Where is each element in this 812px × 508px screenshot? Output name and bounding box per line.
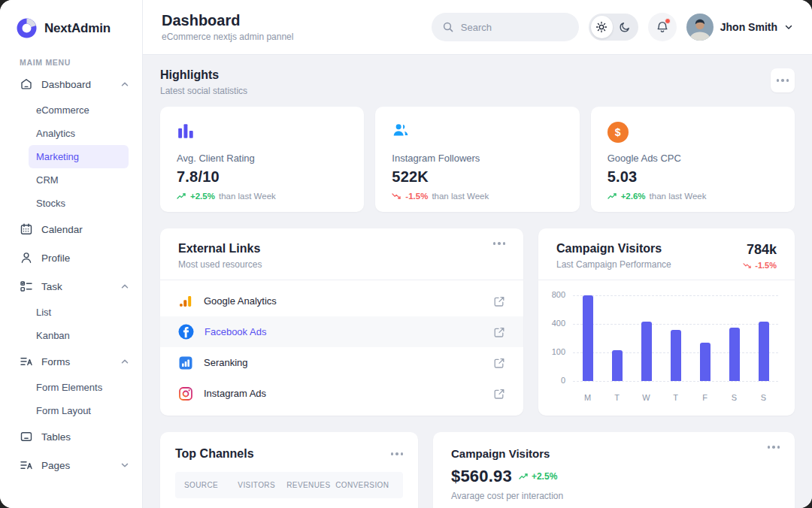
campaign-visitors-total: 784k bbox=[743, 242, 777, 258]
external-links-menu-button[interactable] bbox=[493, 242, 506, 245]
chart-bar bbox=[700, 343, 710, 381]
sidebar-item-kanban[interactable]: Kanban bbox=[0, 324, 142, 347]
sidebar-item-ecommerce[interactable]: eCommerce bbox=[0, 98, 142, 122]
dark-mode-button[interactable] bbox=[614, 16, 636, 38]
link-row-instagram-ads[interactable]: Instagram Ads bbox=[160, 378, 523, 409]
top-channels-menu-button[interactable] bbox=[391, 452, 404, 455]
page-title: Dashboard bbox=[162, 12, 293, 29]
sidebar-item-forms[interactable]: Forms bbox=[0, 347, 142, 376]
link-row-seranking[interactable]: Seranking bbox=[160, 347, 523, 378]
y-tick-label: 0 bbox=[561, 376, 565, 385]
search-input[interactable] bbox=[461, 22, 559, 33]
campaign-cost-trend: +2.5% bbox=[532, 471, 557, 482]
nextadmin-logo-icon bbox=[17, 18, 37, 38]
facebook-icon bbox=[178, 324, 194, 340]
header-titles: Dashboard eCommerce nextjs admin pannel bbox=[162, 12, 293, 42]
ellipsis-icon bbox=[391, 452, 404, 455]
link-row-facebook-ads[interactable]: Facebook Ads bbox=[160, 316, 523, 347]
user-icon bbox=[20, 251, 33, 265]
trend-up-icon bbox=[607, 192, 617, 200]
user-menu[interactable]: Jhon Smith bbox=[686, 14, 793, 41]
search-bar[interactable] bbox=[432, 13, 579, 41]
stat-trend: +2.6% bbox=[621, 192, 646, 201]
pages-icon bbox=[20, 458, 33, 472]
sidebar-item-form-layout[interactable]: Form Layout bbox=[0, 399, 142, 422]
campaign-chart-xaxis: MTWTFSS bbox=[573, 393, 778, 402]
task-checklist-icon bbox=[20, 280, 33, 293]
trend-up-icon bbox=[519, 473, 529, 480]
sidebar-item-pages[interactable]: Pages bbox=[0, 451, 142, 479]
bar-chart-icon bbox=[177, 122, 195, 140]
stat-label: Google Ads CPC bbox=[607, 153, 778, 164]
sidebar-item-label: Tables bbox=[41, 431, 71, 443]
avatar bbox=[686, 14, 714, 41]
top-channels-title: Top Channels bbox=[175, 447, 254, 461]
top-channels-card: Top Channels SOURCE VISITORS REVENUES CO… bbox=[160, 432, 418, 508]
x-tick-label: F bbox=[700, 393, 710, 402]
campaign-cost-subtitle: Avarage cost per interaction bbox=[451, 491, 777, 501]
external-link-icon[interactable] bbox=[493, 388, 505, 400]
y-tick-label: 800 bbox=[552, 290, 565, 299]
column-header-conversion: CONVERSION bbox=[335, 481, 394, 489]
chart-bar bbox=[641, 322, 652, 381]
campaign-cost-card: Campaign Visitors $560.93 +2.5% Avarage … bbox=[433, 432, 795, 508]
external-link-icon[interactable] bbox=[493, 326, 505, 338]
sidebar-item-label: Task bbox=[41, 281, 62, 292]
seranking-icon bbox=[178, 355, 193, 370]
link-row-google-analytics[interactable]: Google Analytics bbox=[160, 286, 523, 316]
top-channels-table-header: SOURCE VISITORS REVENUES CONVERSION bbox=[175, 472, 403, 498]
x-tick-label: S bbox=[759, 393, 769, 402]
sidebar-item-form-elements[interactable]: Form Elements bbox=[0, 376, 142, 399]
y-tick-label: 100 bbox=[552, 347, 565, 356]
highlights-menu-button[interactable] bbox=[771, 68, 795, 92]
sidebar-item-calendar[interactable]: Calendar bbox=[0, 215, 142, 243]
link-label: Google Analytics bbox=[204, 295, 277, 307]
campaign-cost-value: $560.93 bbox=[451, 467, 512, 486]
stat-label: Avg. Client Rating bbox=[177, 153, 347, 164]
user-menu-chevron-icon bbox=[784, 23, 793, 32]
external-link-icon[interactable] bbox=[493, 295, 505, 307]
ellipsis-icon bbox=[777, 79, 789, 82]
theme-toggle[interactable] bbox=[589, 14, 638, 41]
external-links-card: External Links Most used resources bbox=[160, 228, 523, 416]
external-link-icon[interactable] bbox=[493, 357, 505, 369]
sidebar-item-dashboard[interactable]: Dashboard bbox=[0, 70, 142, 98]
campaign-visitors-trend: -1.5% bbox=[755, 261, 777, 270]
brand-logo[interactable]: NextAdmin bbox=[0, 0, 142, 50]
ellipsis-icon bbox=[493, 242, 506, 245]
highlights-title: Highlights bbox=[160, 68, 247, 82]
google-analytics-icon bbox=[178, 294, 193, 309]
sidebar-item-analytics[interactable]: Analytics bbox=[0, 122, 142, 145]
calendar-icon bbox=[20, 222, 33, 236]
chevron-up-icon bbox=[120, 281, 130, 292]
home-icon bbox=[20, 77, 33, 91]
brand-name: NextAdmin bbox=[44, 21, 111, 36]
sidebar-item-list[interactable]: List bbox=[0, 301, 142, 324]
moon-icon bbox=[619, 21, 631, 33]
stat-value: 7.8/10 bbox=[177, 168, 347, 186]
sidebar-item-tables[interactable]: Tables bbox=[0, 422, 142, 451]
sidebar-item-task[interactable]: Task bbox=[0, 272, 142, 301]
sidebar-item-label: Forms bbox=[41, 356, 70, 367]
notifications-button[interactable] bbox=[648, 13, 677, 41]
dollar-icon: $ bbox=[607, 122, 629, 143]
stat-label: Instagram Followers bbox=[392, 153, 562, 164]
highlights-subtitle: Latest social statistics bbox=[160, 86, 247, 96]
search-icon bbox=[442, 21, 454, 33]
sidebar-item-profile[interactable]: Profile bbox=[0, 243, 142, 272]
sidebar-item-stocks[interactable]: Stocks bbox=[0, 192, 142, 215]
stat-trend-note: than last Week bbox=[432, 192, 489, 201]
sidebar-item-marketing[interactable]: Marketing bbox=[29, 145, 129, 168]
sidebar-item-crm[interactable]: CRM bbox=[0, 168, 142, 192]
instagram-icon bbox=[178, 386, 193, 401]
forms-icon bbox=[20, 355, 33, 368]
external-links-title: External Links bbox=[178, 242, 262, 256]
campaign-visitors-title: Campaign Visitors bbox=[556, 242, 671, 256]
campaign-cost-menu-button[interactable] bbox=[768, 446, 780, 449]
stat-card-instagram-followers: Instagram Followers 522K -1.5% than last… bbox=[375, 107, 579, 212]
light-mode-button[interactable] bbox=[591, 16, 613, 38]
sidebar: NextAdmin MAIM MENU Dashboard eCommerce … bbox=[0, 0, 143, 508]
sidebar-item-label: Dashboard bbox=[41, 79, 91, 90]
column-header-visitors: VISITORS bbox=[238, 481, 286, 489]
campaign-cost-title: Campaign Visitors bbox=[451, 447, 777, 460]
